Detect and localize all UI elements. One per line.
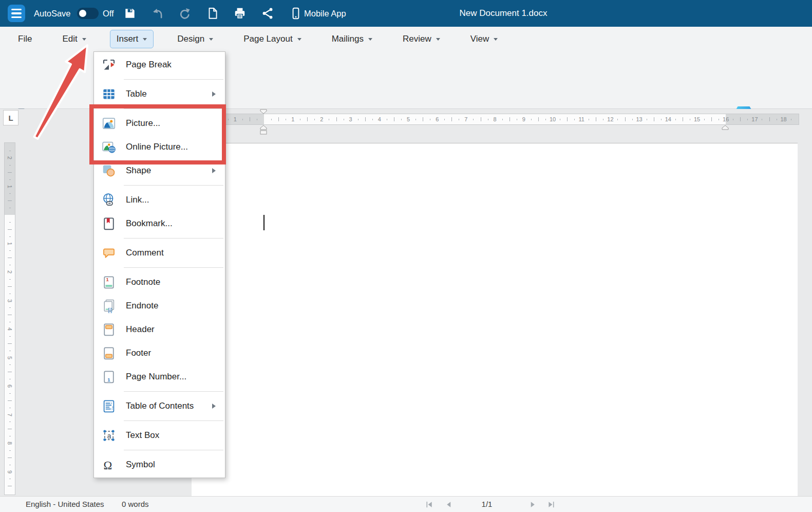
menu-item-text-box[interactable]: aText Box bbox=[94, 424, 225, 447]
menu-item-label: Header bbox=[126, 324, 219, 335]
page-break-icon bbox=[101, 57, 117, 72]
menu-item-endnote[interactable]: [i]Endnote bbox=[94, 294, 225, 318]
menubar-item-design[interactable]: Design bbox=[171, 30, 220, 48]
horizontal-ruler[interactable]: 21123456789101112131415161718 bbox=[190, 114, 799, 125]
print-icon[interactable] bbox=[233, 7, 247, 20]
redo-icon[interactable] bbox=[178, 7, 191, 20]
header-icon bbox=[101, 322, 117, 337]
language-indicator[interactable]: English - United States bbox=[26, 500, 104, 508]
submenu-arrow-icon bbox=[212, 404, 216, 409]
ruler-number: 2 bbox=[7, 270, 13, 273]
vertical-ruler[interactable]: 21123456789 bbox=[4, 142, 15, 495]
chevron-down-icon bbox=[297, 38, 301, 41]
ruler-number: 14 bbox=[665, 116, 671, 122]
ruler-number: 8 bbox=[7, 442, 13, 445]
menu-item-label: Symbol bbox=[126, 460, 219, 470]
document-page[interactable] bbox=[192, 143, 798, 497]
first-line-indent-marker[interactable] bbox=[259, 109, 268, 114]
menubar-item-label: View bbox=[470, 34, 489, 44]
menubar-item-label: Page Layout bbox=[243, 34, 292, 44]
footer-icon bbox=[101, 345, 117, 361]
menu-item-symbol[interactable]: ΩSymbol bbox=[94, 453, 225, 477]
link-icon bbox=[101, 192, 117, 208]
mobile-app-icon[interactable] bbox=[289, 7, 303, 20]
ruler-number: 2 bbox=[320, 116, 323, 122]
menu-item-table-of-contents[interactable]: Table of Contents bbox=[94, 394, 225, 418]
menu-item-header[interactable]: Header bbox=[94, 318, 225, 341]
ruler-number: 15 bbox=[694, 116, 700, 122]
chevron-down-icon bbox=[436, 38, 440, 41]
ruler-number: 6 bbox=[7, 385, 13, 388]
menubar-item-file[interactable]: File bbox=[11, 30, 39, 48]
toc-icon bbox=[101, 398, 117, 414]
menubar-item-label: Mailings bbox=[332, 34, 364, 44]
menu-separator bbox=[94, 235, 225, 241]
ruler-number: 10 bbox=[550, 116, 556, 122]
right-indent-marker[interactable] bbox=[721, 125, 729, 131]
undo-icon[interactable] bbox=[150, 7, 164, 20]
symbol-icon: Ω bbox=[101, 457, 117, 472]
menu-item-bookmark[interactable]: Bookmark... bbox=[94, 212, 225, 235]
menu-item-label: Footnote bbox=[126, 277, 219, 287]
word-count[interactable]: 0 words bbox=[122, 500, 149, 508]
first-page-icon[interactable] bbox=[425, 501, 433, 508]
menubar-item-insert[interactable]: Insert bbox=[110, 30, 154, 48]
next-page-icon[interactable] bbox=[529, 501, 537, 508]
ruler-number: 1 bbox=[7, 242, 13, 245]
ruler-number: 2 bbox=[7, 156, 13, 159]
footnote-icon: 1 bbox=[101, 275, 117, 290]
share-icon[interactable] bbox=[261, 7, 274, 20]
menu-separator bbox=[94, 77, 225, 82]
table-icon bbox=[101, 86, 117, 102]
ruler-number: 4 bbox=[7, 327, 13, 331]
menubar-item-page-layout[interactable]: Page Layout bbox=[237, 30, 308, 48]
menu-item-label: Page Number... bbox=[126, 372, 219, 382]
svg-text:Ω: Ω bbox=[103, 459, 112, 472]
menu-item-comment[interactable]: Comment bbox=[94, 241, 225, 265]
shape-icon bbox=[101, 163, 117, 178]
ruler-number: 8 bbox=[494, 116, 497, 122]
menubar-item-review[interactable]: Review bbox=[396, 30, 447, 48]
menu-item-page-number[interactable]: 1Page Number... bbox=[94, 365, 225, 389]
submenu-arrow-icon bbox=[212, 168, 216, 173]
annotation-highlight-box bbox=[89, 104, 226, 164]
chevron-down-icon bbox=[368, 38, 372, 41]
last-page-icon[interactable] bbox=[547, 501, 555, 508]
ruler-number: 4 bbox=[378, 116, 381, 122]
menu-item-footnote[interactable]: 1Footnote bbox=[94, 270, 225, 294]
ruler-number: 9 bbox=[7, 470, 13, 473]
menubar: FileEditInsertDesignPage LayoutMailingsR… bbox=[0, 27, 812, 51]
menu-item-label: Text Box bbox=[126, 430, 219, 441]
menu-item-table[interactable]: Table bbox=[94, 82, 225, 106]
hamburger-menu-icon[interactable] bbox=[8, 5, 25, 22]
mobile-app-label[interactable]: Mobile App bbox=[304, 0, 346, 27]
previous-page-icon[interactable] bbox=[445, 501, 452, 508]
menu-item-page-break[interactable]: Page Break bbox=[94, 53, 225, 77]
left-indent-marker[interactable] bbox=[259, 125, 268, 135]
autosave-toggle[interactable] bbox=[77, 8, 99, 19]
menubar-item-view[interactable]: View bbox=[464, 30, 505, 48]
chevron-down-icon bbox=[494, 38, 498, 41]
bookmark-icon bbox=[101, 216, 117, 231]
menu-item-footer[interactable]: Footer bbox=[94, 341, 225, 365]
menu-item-link[interactable]: Link... bbox=[94, 188, 225, 212]
chevron-down-icon bbox=[209, 38, 213, 41]
ruler-number: 11 bbox=[578, 116, 584, 122]
save-icon[interactable] bbox=[123, 7, 137, 20]
menubar-item-label: Review bbox=[403, 34, 431, 44]
menu-item-label: Link... bbox=[126, 195, 219, 205]
tab-stop-selector[interactable]: L bbox=[3, 110, 18, 125]
ruler-number: 3 bbox=[7, 299, 13, 302]
menubar-item-mailings[interactable]: Mailings bbox=[325, 30, 379, 48]
ruler-number: 1 bbox=[291, 116, 294, 122]
ruler-number: 17 bbox=[751, 116, 758, 122]
new-document-icon[interactable] bbox=[206, 7, 219, 20]
menu-separator bbox=[94, 447, 225, 453]
menubar-item-edit[interactable]: Edit bbox=[55, 30, 92, 48]
text-cursor bbox=[263, 215, 265, 230]
ruler-number: 5 bbox=[407, 116, 410, 122]
svg-text:1: 1 bbox=[106, 277, 108, 282]
menu-separator bbox=[94, 418, 225, 424]
menu-item-label: Endnote bbox=[126, 301, 219, 311]
titlebar: AutoSave Off Mobile App New Document 1.d… bbox=[0, 0, 812, 27]
